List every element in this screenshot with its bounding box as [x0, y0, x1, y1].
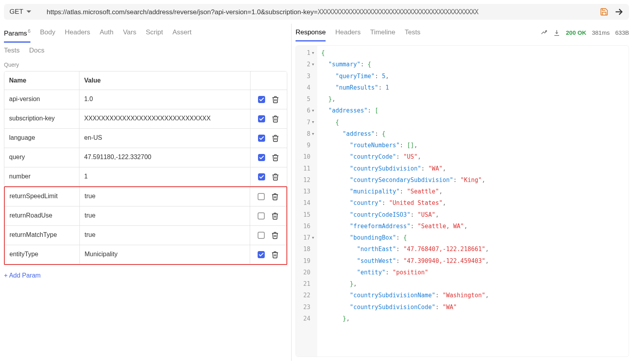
line-number: 2 ▼	[298, 59, 314, 70]
param-row: entityTypeMunicipality	[5, 245, 286, 264]
save-icon[interactable]	[600, 8, 609, 16]
code-line: "routeNumbers": [],	[321, 140, 489, 151]
param-enable-checkbox[interactable]	[258, 115, 265, 122]
param-value[interactable]: 1	[79, 167, 251, 186]
response-pane: Response Headers Timeline Tests 200 OK 3…	[292, 24, 633, 361]
fold-arrow-icon[interactable]: ▼	[312, 61, 314, 68]
param-value[interactable]: true	[80, 187, 250, 206]
url-prefix: https://atlas.microsoft.com/search/addre…	[47, 8, 318, 16]
param-name[interactable]: number	[4, 167, 79, 186]
tab-auth[interactable]: Auth	[100, 28, 113, 43]
param-enable-checkbox[interactable]	[258, 212, 265, 220]
trash-icon[interactable]	[271, 251, 279, 259]
tab-assert[interactable]: Assert	[172, 28, 191, 43]
param-value[interactable]: en-US	[79, 129, 251, 148]
line-number: 23	[298, 302, 314, 313]
trash-icon[interactable]	[271, 96, 279, 103]
code-line: {	[321, 47, 489, 59]
col-value: Value	[79, 71, 251, 90]
code-line: "northEast": "47.768407,-122.218661",	[321, 244, 489, 255]
request-tabs: Params6 Body Headers Auth Vars Script As…	[4, 24, 287, 43]
download-icon[interactable]	[553, 29, 560, 36]
line-number: 16	[298, 221, 314, 232]
url-input[interactable]: https://atlas.microsoft.com/search/addre…	[47, 8, 594, 16]
param-name[interactable]: returnSpeedLimit	[5, 187, 80, 206]
param-value[interactable]: XXXXXXXXXXXXXXXXXXXXXXXXXXXXXX	[79, 109, 251, 128]
fold-arrow-icon[interactable]: ▼	[312, 107, 314, 114]
param-value[interactable]: true	[80, 226, 250, 245]
param-row: api-version1.0	[4, 90, 287, 109]
param-enable-checkbox[interactable]	[258, 173, 265, 180]
trash-icon[interactable]	[271, 193, 279, 201]
trash-icon[interactable]	[271, 134, 279, 142]
code-line: "address": {	[321, 128, 489, 140]
trash-icon[interactable]	[271, 231, 279, 239]
param-enable-checkbox[interactable]	[258, 135, 265, 142]
line-number: 17 ▼	[298, 232, 314, 244]
line-number: 4	[298, 82, 314, 94]
code-line: },	[321, 94, 489, 105]
tab-headers[interactable]: Headers	[65, 28, 90, 43]
param-name[interactable]: returnRoadUse	[5, 206, 80, 225]
code-line: "numResults": 1	[321, 82, 489, 94]
param-name[interactable]: api-version	[4, 90, 79, 109]
tab-response[interactable]: Response	[296, 28, 326, 41]
col-name: Name	[4, 71, 79, 90]
param-enable-checkbox[interactable]	[258, 193, 265, 200]
tab-body[interactable]: Body	[40, 28, 55, 43]
line-number: 18	[298, 244, 314, 255]
line-number: 22	[298, 290, 314, 301]
trash-icon[interactable]	[271, 212, 279, 220]
param-enable-checkbox[interactable]	[258, 232, 265, 239]
send-arrow-icon[interactable]	[614, 7, 624, 17]
param-value[interactable]: Municipality	[80, 245, 250, 264]
param-name[interactable]: language	[4, 129, 79, 148]
fold-arrow-icon[interactable]: ▼	[312, 50, 314, 57]
trash-icon[interactable]	[271, 154, 279, 161]
line-number: 14	[298, 197, 314, 209]
code-line: "countrySecondarySubdivision": "King",	[321, 174, 489, 186]
param-name[interactable]: subscription-key	[4, 109, 79, 128]
code-line: "summary": {	[321, 59, 489, 70]
response-size: 633B	[615, 29, 629, 36]
code-line: "queryTime": 5,	[321, 71, 489, 82]
param-value[interactable]: true	[80, 206, 250, 225]
param-enable-checkbox[interactable]	[258, 154, 265, 161]
code-line: "southWest": "47.390940,-122.459403",	[321, 255, 489, 267]
subtab-tests[interactable]: Tests	[4, 47, 20, 54]
fold-arrow-icon[interactable]: ▼	[312, 119, 314, 126]
param-name[interactable]: query	[4, 148, 79, 167]
param-value[interactable]: 47.591180,-122.332700	[79, 148, 251, 167]
tab-vars[interactable]: Vars	[123, 28, 136, 43]
code-line: "countryCode": "US",	[321, 151, 489, 163]
response-meta: 200 OK 381ms 633B	[541, 29, 629, 36]
param-name[interactable]: entityType	[5, 245, 80, 264]
param-name[interactable]: returnMatchType	[5, 226, 80, 245]
tab-timeline[interactable]: Timeline	[370, 28, 396, 41]
tab-resp-headers[interactable]: Headers	[335, 28, 360, 41]
param-row: languageen-US	[4, 129, 287, 148]
line-number: 6 ▼	[298, 105, 314, 116]
fold-arrow-icon[interactable]: ▼	[312, 131, 314, 138]
line-number: 20	[298, 267, 314, 278]
line-number: 9	[298, 140, 314, 151]
request-subtabs: Tests Docs	[4, 43, 287, 58]
add-param-button[interactable]: + Add Param	[4, 272, 287, 279]
param-enable-checkbox[interactable]	[258, 96, 265, 103]
tab-script[interactable]: Script	[146, 28, 163, 43]
response-body[interactable]: 1 ▼2 ▼3 4 5 6 ▼7 ▼8 ▼9 10 11 12 13 14 15…	[296, 45, 629, 357]
trash-icon[interactable]	[271, 115, 279, 123]
param-enable-checkbox[interactable]	[258, 251, 265, 258]
fold-arrow-icon[interactable]: ▼	[312, 235, 314, 242]
tab-resp-tests[interactable]: Tests	[405, 28, 420, 41]
tab-params[interactable]: Params6	[4, 28, 30, 43]
line-number: 21	[298, 278, 314, 290]
status-code: 200 OK	[566, 29, 586, 36]
trash-icon[interactable]	[271, 173, 279, 181]
subtab-docs[interactable]: Docs	[29, 47, 45, 54]
clear-icon[interactable]	[541, 29, 548, 36]
method-select[interactable]: GET	[9, 8, 41, 16]
param-value[interactable]: 1.0	[79, 90, 251, 109]
code-line: "addresses": [	[321, 105, 489, 116]
code-line: "entity": "position"	[321, 267, 489, 278]
